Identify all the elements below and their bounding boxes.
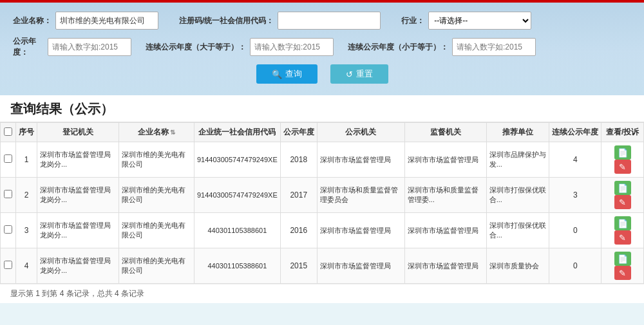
view-button-2[interactable]: 📄 — [614, 181, 631, 195]
cell-reg-org: 深圳市市场监督管理局龙岗分... — [37, 248, 119, 284]
row-checkbox-3[interactable] — [4, 225, 12, 234]
sort-icon-company: ⇅ — [170, 129, 175, 136]
view-button-1[interactable]: 📄 — [614, 145, 631, 160]
continuous-max-input[interactable] — [452, 38, 536, 56]
year-input[interactable] — [48, 38, 131, 56]
search-button-label: 查询 — [285, 68, 302, 80]
view-icon: 📄 — [618, 254, 628, 264]
header-actions: 查看/投诉 — [601, 123, 644, 142]
cell-actions: 📄 ✎ — [601, 248, 644, 284]
search-icon: 🔍 — [272, 70, 282, 79]
header-supervise-org: 监督机关 — [404, 123, 486, 142]
view-icon: 📄 — [618, 148, 628, 158]
header-year: 公示年度 — [280, 123, 317, 142]
table-row: 1 深圳市市场监督管理局龙岗分... 深圳市维的美光电有限公司 91440300… — [1, 142, 644, 178]
cell-credit-code: 440301105388601 — [194, 213, 280, 248]
cell-supervise-org: 深圳市市场监督管理局 — [404, 142, 486, 178]
cell-credit-code: 440301105388601 — [194, 248, 280, 284]
header-company-name: 企业名称⇅ — [119, 123, 194, 142]
row-checkbox-4[interactable] — [4, 261, 12, 269]
view-icon: 📄 — [618, 183, 628, 193]
row-checkbox-cell — [1, 248, 16, 284]
complaint-icon: ✎ — [619, 162, 626, 172]
complaint-icon: ✎ — [619, 198, 626, 207]
industry-select[interactable]: --请选择-- — [428, 12, 531, 30]
table-row: 4 深圳市市场监督管理局龙岗分... 深圳市维的美光电有限公司 44030110… — [1, 248, 644, 284]
cell-company-name: 深圳市维的美光电有限公司 — [119, 248, 194, 284]
cell-pub-org: 深圳市市场监督管理局 — [317, 142, 404, 178]
top-bar — [0, 0, 644, 3]
form-row-1: 企业名称： 注册码/统一社会信用代码： 行业： --请选择-- — [13, 12, 631, 30]
cell-pub-org: 深圳市市场监督管理局 — [317, 213, 404, 248]
search-button[interactable]: 🔍 查询 — [256, 64, 317, 84]
complaint-icon: ✎ — [619, 268, 626, 278]
cell-actions: 📄 ✎ — [601, 178, 644, 213]
row-checkbox-cell — [1, 213, 16, 248]
header-continuous-years: 连续公示年度 — [549, 123, 601, 142]
continuous-max-label: 连续公示年度（小于等于）： — [348, 42, 448, 53]
header-no: 序号 — [16, 123, 37, 142]
header-checkbox — [1, 123, 16, 142]
complaint-button-3[interactable]: ✎ — [614, 230, 631, 245]
select-all-checkbox[interactable] — [4, 127, 12, 136]
complaint-button-4[interactable]: ✎ — [614, 266, 631, 280]
cell-actions: 📄 ✎ — [601, 142, 644, 178]
row-checkbox-1[interactable] — [4, 154, 12, 163]
cell-actions: 📄 ✎ — [601, 213, 644, 248]
cell-continuous-years: 0 — [549, 213, 601, 248]
year-label: 公示年度： — [13, 36, 44, 58]
cell-reg-org: 深圳市市场监督管理局龙岗分... — [37, 142, 119, 178]
cell-no: 3 — [16, 213, 37, 248]
reset-button[interactable]: ↺ 重置 — [330, 64, 388, 84]
table-header-row: 序号 登记机关 企业名称⇅ 企业统一社会信用代码 公示年度 公示机关 监督机关 … — [1, 123, 644, 142]
industry-label: 行业： — [401, 15, 424, 26]
results-section: 查询结果（公示） 序号 登记机关 企业名称⇅ 企业统一社会信用代码 公示年度 公… — [0, 95, 644, 303]
cell-supervise-org: 深圳市市场和质量监督管理委... — [404, 178, 486, 213]
cell-pub-org: 深圳市市场和质量监督管理委员会 — [317, 178, 404, 213]
cell-year: 2017 — [280, 178, 317, 213]
cell-company-name: 深圳市维的美光电有限公司 — [119, 213, 194, 248]
cell-year: 2018 — [280, 142, 317, 178]
cell-supervise-org: 深圳市市场监督管理局 — [404, 248, 486, 284]
credit-label: 注册码/统一社会信用代码： — [179, 15, 274, 26]
cell-no: 2 — [16, 178, 37, 213]
search-area: 企业名称： 注册码/统一社会信用代码： 行业： --请选择-- 公示年度： 连续… — [0, 0, 644, 95]
cell-credit-code: 914403005747479249XE — [194, 142, 280, 178]
cell-year: 2015 — [280, 248, 317, 284]
row-checkbox-2[interactable] — [4, 190, 12, 198]
cell-company-name: 深圳市维的美光电有限公司 — [119, 178, 194, 213]
view-button-3[interactable]: 📄 — [614, 216, 631, 230]
complaint-button-1[interactable]: ✎ — [614, 160, 631, 174]
table-row: 2 深圳市市场监督管理局龙岗分... 深圳市维的美光电有限公司 91440300… — [1, 178, 644, 213]
form-row-2: 公示年度： 连续公示年度（大于等于）： 连续公示年度（小于等于）： — [13, 36, 631, 58]
view-icon: 📄 — [618, 219, 628, 228]
view-button-4[interactable]: 📄 — [614, 252, 631, 266]
header-pub-org: 公示机关 — [317, 123, 404, 142]
table-row: 3 深圳市市场监督管理局龙岗分... 深圳市维的美光电有限公司 44030110… — [1, 213, 644, 248]
cell-recommend-org: 深圳市打假保优联合... — [486, 213, 549, 248]
cell-supervise-org: 深圳市市场监督管理局 — [404, 213, 486, 248]
company-label: 企业名称： — [13, 15, 52, 26]
row-checkbox-cell — [1, 142, 16, 178]
cell-no: 4 — [16, 248, 37, 284]
cell-company-name: 深圳市维的美光电有限公司 — [119, 142, 194, 178]
cell-recommend-org: 深圳市品牌保护与发... — [486, 142, 549, 178]
cell-year: 2016 — [280, 213, 317, 248]
row-checkbox-cell — [1, 178, 16, 213]
cell-pub-org: 深圳市市场监督管理局 — [317, 248, 404, 284]
header-recommend-org: 推荐单位 — [486, 123, 549, 142]
status-text: 显示第 1 到第 4 条记录，总共 4 条记录 — [0, 284, 644, 303]
results-table: 序号 登记机关 企业名称⇅ 企业统一社会信用代码 公示年度 公示机关 监督机关 … — [0, 122, 644, 284]
cell-continuous-years: 4 — [549, 142, 601, 178]
header-reg-org: 登记机关 — [37, 123, 119, 142]
reset-icon: ↺ — [346, 70, 353, 79]
cell-recommend-org: 深圳市打假保优联合... — [486, 178, 549, 213]
reset-button-label: 重置 — [356, 68, 373, 80]
results-title: 查询结果（公示） — [0, 95, 644, 122]
cell-no: 1 — [16, 142, 37, 178]
company-input[interactable] — [55, 12, 158, 30]
credit-input[interactable] — [278, 12, 381, 30]
cell-reg-org: 深圳市市场监督管理局龙岗分... — [37, 178, 119, 213]
complaint-button-2[interactable]: ✎ — [614, 195, 631, 209]
continuous-min-input[interactable] — [250, 38, 334, 56]
